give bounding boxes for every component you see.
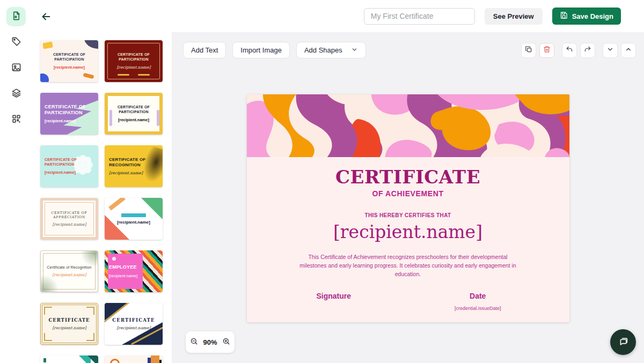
template-title: CERTIFICATE OF RECOGNITION <box>109 157 158 168</box>
sidebar-item-layers[interactable] <box>6 84 26 103</box>
template-title <box>121 213 146 217</box>
date-block: Date [credential.issueDate] <box>455 292 501 311</box>
undo-button[interactable] <box>562 43 577 58</box>
template-thumbnail[interactable]: CERTIFICATE OF RECOGNITION [recipient.na… <box>105 145 163 187</box>
duplicate-button[interactable] <box>521 43 536 58</box>
delete-button[interactable] <box>539 43 554 58</box>
zoom-level: 90% <box>203 338 217 346</box>
template-thumbnail[interactable]: CERTIFICATE OF PARTICIPATION [recipient.… <box>105 93 163 135</box>
design-title-input[interactable] <box>364 8 475 25</box>
template-recipient: [recipient.name] <box>116 325 150 330</box>
template-title: Certificate of Recognition <box>47 265 91 270</box>
issue-date-placeholder[interactable]: [credential.issueDate] <box>455 306 501 311</box>
certificate-certifies-line[interactable]: THIS HEREBY CERTIFIES THAT <box>247 212 569 218</box>
zoom-control: 90% <box>186 331 235 353</box>
editor-header: See Preview Save Design <box>172 0 644 32</box>
template-recipient: [recipient.name] <box>117 220 150 225</box>
icon-sidebar <box>0 0 32 363</box>
certificate-preview[interactable]: CERTIFICATE OF ACHIEVEMENT THIS HEREBY C… <box>247 94 569 322</box>
add-text-button[interactable]: Add Text <box>183 42 226 58</box>
template-thumbnail[interactable]: CERTIFICATE OF PARTICIPATION [recipient.… <box>40 40 98 82</box>
save-design-label: Save Design <box>572 12 613 20</box>
redo-button[interactable] <box>580 43 595 58</box>
save-icon <box>560 11 568 21</box>
see-preview-button[interactable]: See Preview <box>485 8 543 25</box>
template-icon <box>11 11 21 23</box>
certificate-designer-app: CERTIFICATE OF PARTICIPATION [recipient.… <box>0 0 644 363</box>
certificate-description[interactable]: This Certificate of Achievement recogniz… <box>299 253 517 278</box>
template-title: CERTIFICATE OF PARTICIPATION <box>45 53 94 62</box>
image-icon <box>11 62 21 75</box>
tag-icon <box>11 36 21 49</box>
chat-bubble-icon <box>617 335 629 349</box>
design-canvas: CERTIFICATE OF ACHIEVEMENT THIS HEREBY C… <box>172 94 644 322</box>
template-recipient: [recipient.name] <box>118 117 149 122</box>
template-recipient: [recipient.name] <box>52 272 86 277</box>
import-image-button[interactable]: Import Image <box>232 42 290 58</box>
chevron-down-icon <box>351 46 358 55</box>
template-thumbnail[interactable]: [recipient.name] <box>105 198 163 240</box>
sidebar-item-qr-code[interactable] <box>6 110 26 129</box>
template-recipient: [recipient.name] <box>116 65 150 70</box>
template-thumbnail[interactable]: EMPLOYEE [recipient.name] <box>105 250 163 292</box>
template-recipient: [recipient.name] <box>54 65 85 70</box>
back-button[interactable] <box>40 11 53 24</box>
chevron-down-icon <box>606 46 614 55</box>
template-recipient: [recipient.name] <box>52 222 86 227</box>
template-recipient: [recipient.name] <box>45 170 76 175</box>
template-thumbnail[interactable]: CERTIFICATE OF PARTICIPATION [recipient.… <box>40 145 98 187</box>
template-thumbnail[interactable] <box>40 355 98 363</box>
zoom-out-icon[interactable] <box>190 337 198 347</box>
template-thumbnail[interactable]: CERTIFICATE [recipient.name] <box>40 303 98 345</box>
save-design-button[interactable]: Save Design <box>552 8 621 25</box>
template-recipient: [recipient.name] <box>45 118 76 123</box>
template-recipient: [recipient.name] <box>109 171 143 175</box>
template-thumbnail[interactable]: CERTIFICATE OF PARTICIPATION [recipient.… <box>105 40 163 82</box>
template-title: CERTIFICATE OF PARTICIPATION <box>45 104 94 116</box>
signature-label[interactable]: Signature <box>317 292 352 300</box>
template-thumbnail[interactable] <box>105 355 163 363</box>
canvas-toolbar: Add Text Import Image Add Shapes <box>172 32 644 58</box>
template-title: CERTIFICATE <box>112 317 155 323</box>
move-down-button[interactable] <box>603 43 618 58</box>
certificate-title[interactable]: CERTIFICATE <box>247 166 569 188</box>
zoom-in-icon[interactable] <box>222 337 230 347</box>
template-recipient: [recipient.name] <box>52 325 86 330</box>
add-shapes-label: Add Shapes <box>304 46 342 54</box>
arrow-left-icon <box>40 15 52 24</box>
template-list: CERTIFICATE OF PARTICIPATION [recipient.… <box>40 40 168 363</box>
certificate-subtitle[interactable]: OF ACHIEVEMENT <box>247 189 569 198</box>
trash-icon <box>543 46 551 55</box>
sidebar-item-templates[interactable] <box>6 7 26 26</box>
template-title: CERTIFICATE OF APPRECIATION <box>47 211 91 219</box>
template-title: CERTIFICATE OF PARTICIPATION <box>112 105 155 115</box>
editor-main: See Preview Save Design Add Text Import … <box>172 0 644 363</box>
layers-icon <box>11 88 21 100</box>
template-thumbnail[interactable]: Certificate of Recognition [recipient.na… <box>40 250 98 292</box>
template-title: CERTIFICATE OF PARTICIPATION <box>109 53 158 62</box>
template-thumbnail[interactable]: CERTIFICATE [recipient.name] <box>105 303 163 345</box>
certificate-banner-art <box>247 94 569 157</box>
signature-date-row: Signature Date [credential.issueDate] <box>247 292 569 311</box>
qr-code-icon <box>11 114 21 126</box>
template-recipient: [recipient.name] <box>109 273 137 278</box>
toolbar-actions <box>518 43 636 58</box>
date-label[interactable]: Date <box>470 292 486 300</box>
sidebar-item-tags[interactable] <box>6 33 26 52</box>
template-panel: CERTIFICATE OF PARTICIPATION [recipient.… <box>32 0 172 363</box>
recipient-name-placeholder[interactable]: [recipient.name] <box>247 221 569 242</box>
template-title: EMPLOYEE <box>109 264 137 270</box>
move-up-button[interactable] <box>621 43 636 58</box>
add-shapes-button[interactable]: Add Shapes <box>296 42 366 58</box>
template-title: CERTIFICATE <box>48 317 90 323</box>
undo-icon <box>566 46 573 55</box>
template-thumbnail[interactable]: CERTIFICATE OF APPRECIATION [recipient.n… <box>40 198 98 240</box>
sidebar-item-images[interactable] <box>6 58 26 78</box>
template-title: CERTIFICATE OF PARTICIPATION <box>45 158 94 167</box>
template-thumbnail[interactable]: CERTIFICATE OF PARTICIPATION [recipient.… <box>40 93 98 135</box>
chevron-up-icon <box>625 46 632 55</box>
duplicate-icon <box>525 46 532 55</box>
chat-support-button[interactable] <box>610 329 636 355</box>
redo-icon <box>584 46 591 55</box>
